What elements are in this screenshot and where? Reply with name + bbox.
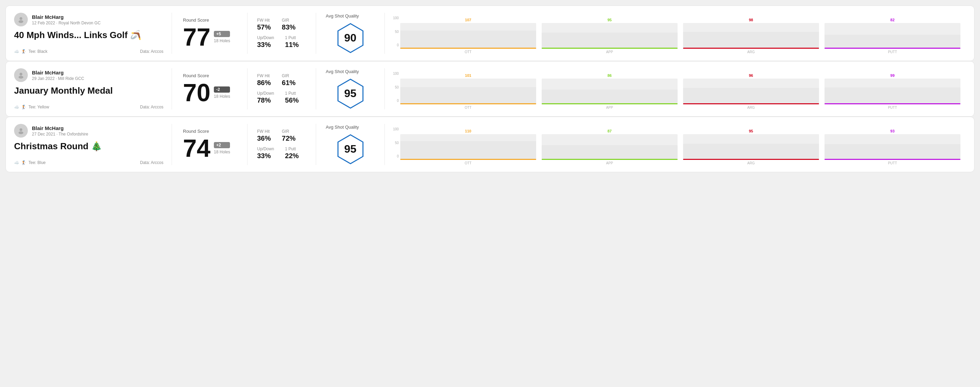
score-modifier-badge: +5: [214, 31, 230, 37]
user-name: Blair McHarg: [32, 125, 88, 131]
svg-point-0: [19, 17, 22, 20]
bar-wrapper: [824, 23, 961, 49]
bar-value: 98: [749, 18, 753, 22]
bar-fill: [400, 87, 536, 104]
gir-stat: GIR 83%: [282, 18, 296, 31]
bar-accent: [824, 103, 961, 104]
up-down-stat: Up/Down 33%: [257, 146, 274, 160]
tee-label: Tee: Blue: [29, 160, 46, 165]
stats-row-top: FW Hit 57% GIR 83%: [257, 18, 306, 31]
data-source: Data: Arccos: [140, 105, 163, 109]
score-modifier-badge: -2: [214, 86, 230, 93]
up-down-value: 33%: [257, 152, 274, 160]
bar-fill: [542, 33, 678, 49]
bar-wrapper: [824, 79, 961, 104]
score-section: Round Score 77 +5 18 Holes: [172, 13, 248, 54]
one-putt-stat: 1 Putt 22%: [285, 146, 299, 160]
fw-hit-value: 57%: [257, 23, 271, 31]
bar-x-label: APP: [606, 50, 613, 54]
bar-value: 86: [608, 73, 612, 78]
y-axis-label: 100: [393, 127, 399, 131]
gir-stat: GIR 61%: [282, 73, 296, 87]
one-putt-stat: 1 Putt 56%: [285, 91, 299, 104]
one-putt-label: 1 Putt: [285, 91, 299, 96]
stats-section: FW Hit 86% GIR 61% Up/Down 78% 1 Putt 56…: [248, 68, 316, 109]
bar-fill: [824, 144, 961, 160]
score-row: 77 +5 18 Holes: [183, 25, 236, 49]
bar-fill: [400, 141, 536, 160]
quality-section: Avg Shot Quality 90: [316, 13, 385, 54]
user-info: Blair McHarg 29 Jan 2022 · Mill Ride GCC: [14, 68, 163, 82]
bar-accent: [683, 159, 819, 160]
bar-value: 95: [749, 129, 753, 133]
holes-label: 18 Holes: [214, 94, 230, 99]
bar-group-arg: 98ARG: [683, 18, 819, 54]
fw-hit-value: 86%: [257, 79, 271, 87]
bar-group-ott: 107OTT: [400, 18, 536, 54]
bar-group-putt: 99PUTT: [824, 73, 961, 109]
y-axis-label: 0: [393, 99, 399, 103]
bar-wrapper: [542, 23, 678, 49]
bar-accent: [542, 103, 678, 104]
score-number: 70: [183, 80, 210, 105]
stats-section: FW Hit 36% GIR 72% Up/Down 33% 1 Putt 22…: [248, 124, 316, 165]
fw-hit-label: FW Hit: [257, 18, 271, 23]
tee-info: ☁️ 🏌 Tee: Black: [14, 49, 48, 54]
bottom-row: ☁️ 🏌 Tee: Black Data: Arccos: [14, 49, 163, 54]
fw-hit-label: FW Hit: [257, 129, 271, 134]
up-down-label: Up/Down: [257, 91, 274, 96]
up-down-stat: Up/Down 33%: [257, 35, 274, 49]
bar-accent: [683, 48, 819, 49]
weather-icon: ☁️: [14, 105, 19, 109]
bag-icon: 🏌: [21, 105, 26, 109]
bottom-row: ☁️ 🏌 Tee: Yellow Data: Arccos: [14, 105, 163, 109]
fw-hit-stat: FW Hit 36%: [257, 129, 271, 143]
quality-section: Avg Shot Quality 95: [316, 68, 385, 109]
hexagon-container: 95: [326, 134, 375, 165]
bar-x-label: ARG: [747, 106, 755, 109]
tee-label: Tee: Yellow: [29, 105, 49, 109]
bar-accent: [683, 103, 819, 104]
hexagon: 90: [335, 23, 366, 54]
gir-label: GIR: [282, 73, 296, 78]
quality-section: Avg Shot Quality 95: [316, 124, 385, 165]
bag-icon: 🏌: [21, 49, 26, 54]
bar-group-ott: 101OTT: [400, 73, 536, 109]
up-down-label: Up/Down: [257, 146, 274, 151]
stats-section: FW Hit 57% GIR 83% Up/Down 33% 1 Putt 11…: [248, 13, 316, 54]
bar-group-putt: 82PUTT: [824, 18, 961, 54]
one-putt-label: 1 Putt: [285, 146, 299, 151]
round-left-info: Blair McHarg 12 Feb 2022 · Royal North D…: [14, 13, 172, 54]
weather-icon: ☁️: [14, 49, 19, 54]
fw-hit-stat: FW Hit 86%: [257, 73, 271, 87]
round-score-label: Round Score: [183, 17, 236, 23]
score-modifier-badge: +2: [214, 142, 230, 148]
bar-value: 101: [465, 73, 471, 78]
svg-point-5: [19, 132, 23, 134]
bar-group-arg: 95ARG: [683, 129, 819, 165]
gir-label: GIR: [282, 129, 296, 134]
bar-value: 110: [465, 129, 471, 133]
tee-info: ☁️ 🏌 Tee: Blue: [14, 160, 46, 165]
bar-wrapper: [683, 134, 819, 160]
bar-value: 87: [608, 129, 612, 133]
score-badge-col: -2 18 Holes: [214, 86, 230, 99]
score-row: 74 +2 18 Holes: [183, 136, 236, 160]
up-down-value: 78%: [257, 97, 274, 104]
stats-row-top: FW Hit 36% GIR 72%: [257, 129, 306, 143]
bar-fill: [683, 32, 819, 49]
round-left-info: Blair McHarg 27 Dec 2021 · The Oxfordshi…: [14, 124, 172, 165]
bar-wrapper: [683, 23, 819, 49]
user-date-course: 27 Dec 2021 · The Oxfordshire: [32, 132, 88, 136]
bar-fill: [542, 90, 678, 104]
y-axis-label: 50: [393, 30, 399, 33]
bar-accent: [400, 48, 536, 49]
gir-value: 72%: [282, 135, 296, 143]
up-down-value: 33%: [257, 41, 274, 49]
bar-accent: [542, 48, 678, 49]
bar-group-app: 87APP: [542, 129, 678, 165]
stats-row-top: FW Hit 86% GIR 61%: [257, 73, 306, 87]
data-source: Data: Arccos: [140, 49, 163, 54]
quality-value: 95: [344, 87, 356, 100]
bar-value: 82: [891, 18, 894, 22]
